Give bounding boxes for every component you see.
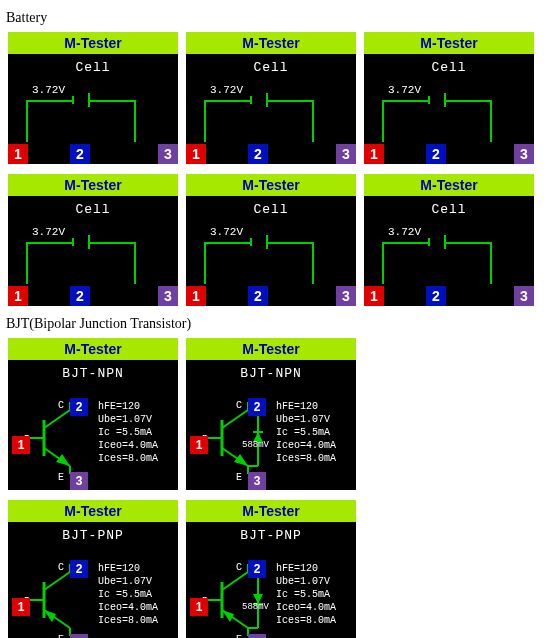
pin-1-badge: 1 <box>12 436 30 454</box>
tester-title: M-Tester <box>364 32 534 54</box>
battery-symbol <box>204 242 314 292</box>
cell-voltage: 3.72V <box>388 84 421 96</box>
bjt-params: hFE=120 Ube=1.07V Ic =5.5mA Iceo=4.0mA I… <box>276 400 336 465</box>
component-type-label: Cell <box>186 54 356 75</box>
component-type-label: BJT-PNP <box>8 522 178 543</box>
tester-cell: M-Tester Cell 3.72V 1 2 3 <box>186 174 356 306</box>
battery-symbol <box>382 100 492 150</box>
tester-title: M-Tester <box>186 32 356 54</box>
tester-bjt-pnp-diode: M-Tester BJT-PNP C B E 588mV 1 <box>186 500 356 638</box>
pin-3-badge: 3 <box>248 634 266 638</box>
pin-3-badge: 3 <box>248 472 266 490</box>
svg-marker-25 <box>44 610 56 622</box>
component-type-label: Cell <box>8 196 178 217</box>
battery-row-1: M-Tester Cell 3.72V 1 2 3 M-Tester Cell … <box>4 32 554 164</box>
cell-voltage: 3.72V <box>388 226 421 238</box>
component-type-label: Cell <box>186 196 356 217</box>
pin-3-badge: 3 <box>514 144 534 164</box>
pin-2-badge: 2 <box>248 560 266 578</box>
tester-cell: M-Tester Cell 3.72V 1 2 3 <box>364 174 534 306</box>
bjt-pnp-row: M-Tester BJT-PNP C B E 1 2 3 hFE=120 Ube… <box>4 500 554 638</box>
battery-symbol <box>382 242 492 292</box>
pin-1-badge: 1 <box>12 598 30 616</box>
emitter-label: E <box>236 472 242 483</box>
pin-1-badge: 1 <box>186 286 206 306</box>
pin-3-badge: 3 <box>70 634 88 638</box>
pin-2-badge: 2 <box>426 286 446 306</box>
pin-1-badge: 1 <box>190 436 208 454</box>
cell-voltage: 3.72V <box>210 226 243 238</box>
pin-3-badge: 3 <box>158 144 178 164</box>
svg-line-2 <box>44 410 70 428</box>
tester-cell: M-Tester Cell 3.72V 1 2 3 <box>8 174 178 306</box>
tester-title: M-Tester <box>186 174 356 196</box>
pin-2-badge: 2 <box>70 144 90 164</box>
battery-symbol <box>26 100 136 150</box>
pin-1-badge: 1 <box>364 144 384 164</box>
pin-3-badge: 3 <box>70 472 88 490</box>
tester-title: M-Tester <box>8 500 178 522</box>
bjt-params: hFE=120 Ube=1.07V Ic =5.5mA Iceo=4.0mA I… <box>276 562 336 627</box>
component-type-label: BJT-NPN <box>8 360 178 381</box>
pin-1-badge: 1 <box>8 144 28 164</box>
cell-voltage: 3.72V <box>32 226 65 238</box>
pin-1-badge: 1 <box>8 286 28 306</box>
bjt-npn-row: M-Tester BJT-NPN C B E 1 2 3 hFE=120 Ube… <box>4 338 554 490</box>
pin-2-badge: 2 <box>248 286 268 306</box>
pin-2-badge: 2 <box>426 144 446 164</box>
tester-bjt-pnp: M-Tester BJT-PNP C B E 1 2 3 hFE=120 Ube… <box>8 500 178 638</box>
svg-line-28 <box>222 572 248 590</box>
collector-label: C <box>58 400 64 411</box>
tester-cell: M-Tester Cell 3.72V 1 2 3 <box>364 32 534 164</box>
pin-2-badge: 2 <box>70 560 88 578</box>
component-type-label: Cell <box>8 54 178 75</box>
npn-diode-symbol-icon <box>204 398 284 478</box>
bjt-params: hFE=120 Ube=1.07V Ic =5.5mA Iceo=4.0mA I… <box>98 562 158 627</box>
svg-marker-13 <box>234 454 248 466</box>
tester-title: M-Tester <box>8 174 178 196</box>
battery-symbol <box>26 242 136 292</box>
pin-1-badge: 1 <box>186 144 206 164</box>
tester-bjt-npn-diode: M-Tester BJT-NPN C B E 588mV 1 <box>186 338 356 490</box>
emitter-label: E <box>58 472 64 483</box>
tester-title: M-Tester <box>364 174 534 196</box>
collector-label: C <box>236 562 242 573</box>
pin-3-badge: 3 <box>158 286 178 306</box>
tester-bjt-npn: M-Tester BJT-NPN C B E 1 2 3 hFE=120 Ube… <box>8 338 178 490</box>
tester-title: M-Tester <box>8 338 178 360</box>
battery-symbol <box>204 100 314 150</box>
cell-voltage: 3.72V <box>32 84 65 96</box>
tester-title: M-Tester <box>186 338 356 360</box>
component-type-label: BJT-PNP <box>186 522 356 543</box>
svg-line-9 <box>222 410 248 428</box>
pnp-diode-symbol-icon <box>204 560 284 638</box>
tester-title: M-Tester <box>186 500 356 522</box>
collector-label: C <box>58 562 64 573</box>
emitter-label: E <box>236 634 242 638</box>
section-battery-label: Battery <box>6 10 552 26</box>
pin-1-badge: 1 <box>190 598 208 616</box>
collector-label: C <box>236 400 242 411</box>
svg-marker-6 <box>56 454 70 466</box>
pin-1-badge: 1 <box>364 286 384 306</box>
pin-2-badge: 2 <box>70 286 90 306</box>
battery-row-2: M-Tester Cell 3.72V 1 2 3 M-Tester Cell … <box>4 174 554 306</box>
tester-title: M-Tester <box>8 32 178 54</box>
component-type-label: Cell <box>364 54 534 75</box>
tester-cell: M-Tester Cell 3.72V 1 2 3 <box>8 32 178 164</box>
svg-marker-32 <box>222 610 234 622</box>
svg-line-21 <box>44 572 70 590</box>
pin-3-badge: 3 <box>514 286 534 306</box>
diode-voltage: 588mV <box>242 602 269 612</box>
bjt-params: hFE=120 Ube=1.07V Ic =5.5mA Iceo=4.0mA I… <box>98 400 158 465</box>
pin-2-badge: 2 <box>70 398 88 416</box>
pin-2-badge: 2 <box>248 144 268 164</box>
pin-3-badge: 3 <box>336 286 356 306</box>
emitter-label: E <box>58 634 64 638</box>
cell-voltage: 3.72V <box>210 84 243 96</box>
pnp-symbol-icon <box>26 560 106 638</box>
diode-voltage: 588mV <box>242 440 269 450</box>
component-type-label: Cell <box>364 196 534 217</box>
pin-3-badge: 3 <box>336 144 356 164</box>
component-type-label: BJT-NPN <box>186 360 356 381</box>
